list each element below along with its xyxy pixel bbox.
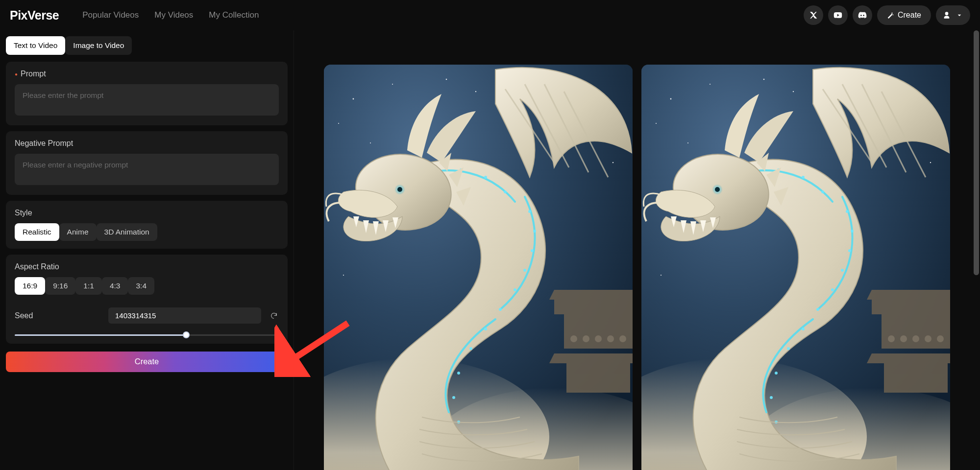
svg-point-1	[353, 98, 354, 100]
style-realistic[interactable]: Realistic	[15, 223, 59, 241]
chevron-down-icon	[956, 11, 963, 19]
svg-point-79	[900, 335, 907, 342]
svg-marker-76	[867, 353, 950, 363]
seed-slider[interactable]	[15, 334, 279, 336]
svg-point-27	[607, 335, 614, 342]
discord-icon[interactable]	[853, 5, 872, 25]
nav-popular-videos[interactable]: Popular Videos	[82, 10, 139, 20]
tab-text-to-video[interactable]: Text to Video	[6, 36, 65, 55]
svg-point-69	[763, 79, 765, 80]
svg-point-92	[770, 396, 773, 399]
svg-point-35	[484, 328, 487, 330]
preview-image-2[interactable]	[641, 65, 950, 470]
svg-rect-75	[882, 314, 950, 349]
user-dropdown[interactable]	[936, 5, 970, 25]
svg-point-90	[787, 347, 790, 350]
svg-point-62	[687, 142, 688, 143]
svg-point-37	[457, 372, 460, 375]
mode-tabs: Text to Video Image to Video	[6, 36, 288, 55]
youtube-icon[interactable]	[828, 5, 848, 25]
svg-point-58	[793, 91, 794, 92]
svg-rect-23	[566, 363, 630, 393]
svg-point-43	[504, 190, 507, 193]
aspect-ratio-panel: Aspect Ratio 16:9 9:16 1:1 4:3 3:4 Seed	[6, 255, 288, 344]
ratio-4-3[interactable]: 4:3	[102, 277, 128, 295]
svg-point-88	[816, 308, 819, 311]
svg-point-83	[846, 210, 849, 213]
ratio-9-16[interactable]: 9:16	[45, 277, 75, 295]
prompt-label: ● Prompt	[15, 70, 279, 78]
svg-rect-21	[564, 314, 633, 349]
svg-point-104	[715, 187, 720, 192]
svg-marker-74	[867, 290, 950, 300]
svg-point-67	[930, 162, 931, 163]
svg-point-56	[710, 84, 710, 85]
svg-point-31	[531, 249, 534, 252]
svg-point-85	[848, 249, 851, 252]
create-button-header-label: Create	[898, 11, 921, 20]
tab-image-to-video[interactable]: Image to Video	[65, 36, 132, 55]
seed-refresh-icon[interactable]	[269, 311, 279, 321]
svg-point-12	[343, 275, 344, 276]
svg-point-13	[612, 162, 613, 163]
seed-label: Seed	[15, 311, 100, 320]
svg-rect-77	[884, 363, 948, 393]
create-button[interactable]: Create	[6, 352, 288, 372]
dragon-illustration	[641, 65, 950, 470]
svg-point-2	[392, 84, 393, 85]
user-icon	[943, 11, 951, 19]
logo[interactable]: PixVerse	[10, 8, 59, 23]
style-panel: Style Realistic Anime 3D Animation	[6, 201, 288, 249]
prompt-panel: ● Prompt	[6, 62, 288, 125]
ratio-1-1[interactable]: 1:1	[75, 277, 102, 295]
svg-point-80	[912, 335, 919, 342]
negative-prompt-label: Negative Prompt	[15, 139, 279, 148]
svg-point-78	[888, 335, 895, 342]
prompt-input[interactable]	[15, 84, 279, 116]
preview-image-1[interactable]	[324, 65, 633, 470]
svg-point-14	[338, 123, 339, 124]
seed-slider-thumb[interactable]	[183, 331, 190, 338]
style-anime[interactable]: Anime	[59, 223, 97, 241]
svg-point-91	[775, 372, 778, 375]
nav-my-videos[interactable]: My Videos	[154, 10, 193, 20]
svg-point-33	[514, 288, 516, 291]
seed-input[interactable]	[108, 307, 261, 324]
svg-point-97	[821, 190, 824, 193]
style-3d-animation[interactable]: 3D Animation	[97, 223, 157, 241]
svg-point-4	[475, 91, 476, 92]
svg-point-81	[925, 335, 931, 342]
style-label: Style	[15, 209, 279, 217]
svg-point-24	[570, 335, 577, 342]
svg-marker-22	[549, 353, 633, 363]
svg-point-34	[499, 308, 502, 311]
preview-area	[294, 30, 980, 470]
svg-point-87	[831, 288, 834, 291]
wand-icon	[887, 12, 894, 19]
required-indicator: ●	[15, 71, 18, 77]
svg-marker-20	[549, 290, 633, 300]
svg-point-30	[533, 230, 536, 233]
svg-rect-19	[554, 300, 633, 314]
svg-point-29	[528, 210, 531, 213]
svg-point-15	[446, 79, 447, 80]
ratio-16-9[interactable]: 16:9	[15, 277, 45, 295]
nav-my-collection[interactable]: My Collection	[209, 10, 259, 20]
negative-prompt-input[interactable]	[15, 154, 279, 185]
svg-point-66	[661, 275, 662, 276]
main-nav: Popular Videos My Videos My Collection	[82, 10, 259, 20]
svg-point-55	[670, 98, 672, 100]
svg-point-89	[802, 328, 805, 330]
ratio-3-4[interactable]: 3:4	[128, 277, 154, 295]
svg-point-8	[370, 142, 371, 143]
settings-sidebar: Text to Video Image to Video ● Prompt Ne…	[0, 30, 294, 470]
create-button-header[interactable]: Create	[877, 5, 931, 25]
svg-point-32	[523, 269, 526, 272]
svg-point-84	[851, 230, 854, 233]
svg-point-96	[802, 176, 805, 179]
x-twitter-icon[interactable]	[804, 5, 823, 25]
svg-point-36	[469, 347, 472, 350]
svg-point-25	[583, 335, 589, 342]
scrollbar[interactable]	[974, 30, 979, 275]
svg-point-86	[841, 269, 844, 272]
